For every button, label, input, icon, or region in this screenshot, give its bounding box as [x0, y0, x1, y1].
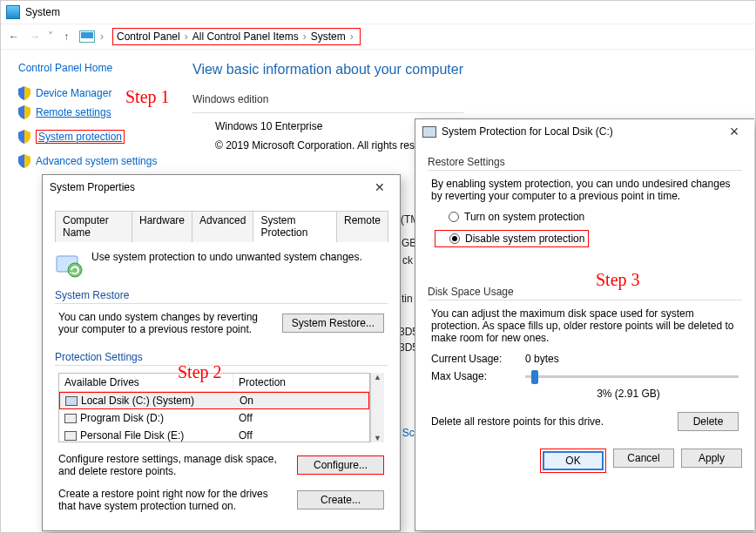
- annotation-step3: Step 3: [596, 270, 640, 290]
- sidebar-item-advanced-settings[interactable]: Advanced system settings: [18, 154, 175, 168]
- max-usage-slider[interactable]: [525, 375, 739, 378]
- radio-turn-on[interactable]: Turn on system protection: [449, 211, 739, 223]
- navbar: ← → ˅ ↑ › Control Panel › All Control Pa…: [1, 24, 755, 50]
- drive-protection: Off: [233, 428, 369, 443]
- drive-protection: Off: [233, 410, 369, 426]
- radio-icon: [449, 233, 460, 244]
- annotation-step2: Step 2: [178, 362, 222, 382]
- sidebar: Control Panel Home Device Manager Remote…: [1, 50, 184, 182]
- drive-name: Local Dsik (C:) (System): [81, 395, 194, 407]
- page-title: View basic information about your comput…: [192, 62, 463, 78]
- dialog-title: System Protection for Local Dsik (C:): [442, 125, 613, 138]
- chevron-right-icon: ›: [350, 30, 354, 43]
- breadcrumb-item[interactable]: Control Panel: [117, 30, 180, 43]
- current-usage-label: Current Usage:: [431, 353, 518, 365]
- shield-icon: [18, 105, 30, 119]
- system-restore-button[interactable]: System Restore...: [282, 314, 384, 333]
- table-row[interactable]: Local Dsik (C:) (System) On: [59, 392, 369, 409]
- titlebar: System: [1, 1, 755, 24]
- dialog-title: System Properties: [50, 181, 135, 193]
- sidebar-item-remote-settings[interactable]: Remote settings: [18, 105, 175, 119]
- intro-text: Use system protection to undo unwanted s…: [91, 251, 362, 263]
- history-dropdown[interactable]: ˅: [48, 30, 53, 43]
- location-caret[interactable]: ›: [100, 30, 104, 43]
- group-protection-settings: Protection Settings: [55, 351, 143, 363]
- drives-table: Available Drives Protection Local Dsik (…: [58, 373, 370, 442]
- radio-disable[interactable]: Disable system protection: [435, 230, 589, 247]
- system-protection-drive-dialog: System Protection for Local Dsik (C:) × …: [415, 118, 754, 531]
- radio-label: Turn on system protection: [464, 211, 584, 223]
- scroll-up-icon[interactable]: ▲: [374, 373, 381, 381]
- forward-button[interactable]: →: [27, 30, 43, 43]
- tab-system-protection[interactable]: System Protection: [253, 211, 337, 242]
- sidebar-item-label: Device Manager: [36, 87, 111, 99]
- close-button[interactable]: ×: [721, 123, 747, 141]
- drive-icon: [64, 431, 77, 441]
- back-button[interactable]: ←: [6, 30, 22, 43]
- group-restore-settings: Restore Settings: [428, 156, 742, 168]
- breadcrumb-item[interactable]: System: [311, 30, 346, 43]
- pc-icon: [79, 30, 95, 43]
- drive-protection: On: [234, 393, 368, 408]
- drive-icon: [422, 126, 436, 138]
- radio-label: Disable system protection: [465, 233, 584, 245]
- current-usage-value: 0 bytes: [525, 353, 559, 365]
- drive-name: Program Disk (D:): [80, 412, 164, 424]
- column-protection: Protection: [233, 374, 369, 391]
- slider-thumb[interactable]: [531, 370, 538, 384]
- fragment: ck: [402, 254, 413, 266]
- annotation-step1: Step 1: [125, 87, 170, 107]
- breadcrumb-item[interactable]: All Control Panel Items: [192, 30, 299, 43]
- scroll-down-icon[interactable]: ▼: [374, 434, 381, 442]
- create-text: Create a restore point right now for the…: [58, 488, 288, 512]
- cancel-button[interactable]: Cancel: [613, 449, 674, 468]
- table-row[interactable]: Program Disk (D:) Off: [59, 409, 369, 427]
- drive-icon: [65, 396, 78, 406]
- chevron-right-icon: ›: [303, 30, 307, 43]
- control-panel-home-link[interactable]: Control Panel Home: [18, 62, 175, 74]
- shield-icon: [18, 130, 30, 144]
- max-usage-label: Max Usage:: [431, 370, 518, 382]
- fragment: tin: [402, 293, 413, 305]
- sidebar-item-system-protection[interactable]: System protection: [36, 130, 125, 144]
- restore-text: You can undo system changes by reverting…: [58, 311, 273, 335]
- apply-button[interactable]: Apply: [681, 449, 742, 468]
- sidebar-item-label: Remote settings: [36, 106, 111, 118]
- shield-icon: [18, 86, 30, 100]
- system-icon: [6, 5, 20, 19]
- delete-button[interactable]: Delete: [678, 412, 739, 431]
- disk-usage-text: You can adjust the maximum disk space us…: [431, 307, 739, 344]
- configure-text: Configure restore settings, manage disk …: [58, 453, 288, 477]
- window-title: System: [25, 6, 60, 18]
- slider-value: 3% (2.91 GB): [518, 388, 739, 400]
- group-disk-space-usage: Disk Space Usage: [428, 286, 742, 298]
- drive-icon: [64, 414, 77, 423]
- table-row[interactable]: Personal File Disk (E:) Off: [59, 427, 369, 444]
- sidebar-item-label: Advanced system settings: [36, 155, 157, 167]
- delete-text: Delete all restore points for this drive…: [431, 415, 669, 428]
- tabs: Computer Name Hardware Advanced System P…: [55, 210, 388, 242]
- shield-icon: [18, 154, 30, 168]
- radio-icon: [449, 212, 459, 222]
- group-system-restore: System Restore: [55, 289, 388, 301]
- restore-settings-text: By enabling system protection, you can u…: [431, 178, 739, 202]
- tab-computer-name[interactable]: Computer Name: [55, 211, 132, 242]
- tab-remote[interactable]: Remote: [336, 211, 388, 242]
- tab-hardware[interactable]: Hardware: [132, 211, 192, 242]
- system-properties-dialog: System Properties ✕ Computer Name Hardwa…: [42, 174, 401, 531]
- ok-button[interactable]: OK: [543, 451, 604, 470]
- svg-point-1: [68, 263, 82, 277]
- create-button[interactable]: Create...: [297, 490, 384, 509]
- system-protection-icon: [55, 251, 83, 279]
- close-button[interactable]: ✕: [367, 180, 393, 194]
- scrollbar[interactable]: ▲ ▼: [370, 373, 384, 442]
- configure-button[interactable]: Configure...: [297, 455, 384, 475]
- tab-advanced[interactable]: Advanced: [192, 211, 253, 242]
- chevron-right-icon: ›: [185, 30, 188, 43]
- sidebar-item-label: System protection: [38, 131, 122, 143]
- breadcrumb[interactable]: Control Panel › All Control Panel Items …: [112, 28, 361, 45]
- up-button[interactable]: ↑: [58, 30, 74, 43]
- drive-name: Personal File Disk (E:): [80, 429, 184, 442]
- section-windows-edition: Windows edition: [192, 93, 463, 105]
